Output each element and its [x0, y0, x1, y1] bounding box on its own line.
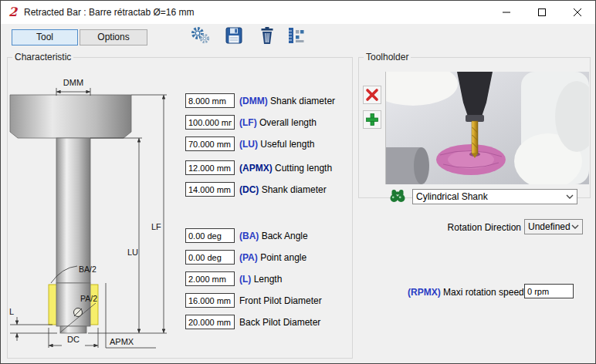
minimize-button[interactable]	[489, 1, 524, 24]
diagram-label-apmx: APMX	[110, 337, 134, 346]
shank-type-value: Cylindrical Shank	[416, 191, 566, 202]
diagram-label-lf: LF	[151, 222, 161, 231]
characteristic-group: Characteristic	[7, 52, 353, 359]
param-label: Length	[254, 274, 283, 285]
add-toolholder-button[interactable]	[363, 110, 381, 129]
titlebar[interactable]: 2 Retracted Bar : Barre rétractab Ø=16 m…	[1, 1, 595, 24]
delete-trash-icon	[257, 25, 277, 46]
param-code: (PA)	[239, 252, 258, 263]
param-label: Back Pilot Diameter	[239, 317, 320, 328]
characteristic-title: Characteristic	[12, 52, 73, 62]
browse-toolholder-button[interactable]	[388, 187, 407, 205]
apmx-input[interactable]	[185, 160, 235, 175]
rpmx-text: Maxi rotation speed	[443, 287, 524, 298]
maximize-icon	[537, 8, 547, 17]
close-button[interactable]	[560, 1, 595, 24]
dmm-input[interactable]	[185, 93, 235, 108]
rpmx-input[interactable]	[524, 284, 574, 298]
param-code: (BA)	[239, 231, 259, 241]
lf-input[interactable]	[185, 115, 235, 130]
tool-definition-window: 2 Retracted Bar : Barre rétractab Ø=16 m…	[0, 0, 596, 364]
dc-input[interactable]	[185, 182, 235, 197]
remove-x-icon	[365, 88, 379, 102]
param-label: Shank diameter	[270, 96, 335, 106]
diagram-label-dmm: DMM	[63, 78, 83, 87]
back-pilot-input[interactable]	[185, 315, 235, 329]
toolholder-render	[386, 72, 589, 184]
toolholder-preview-image	[385, 72, 588, 184]
rpmx-code: (RPMX)	[408, 287, 441, 298]
l-input[interactable]	[185, 271, 235, 286]
param-code: (DC)	[239, 184, 259, 195]
maximize-button[interactable]	[524, 1, 560, 24]
param-label: Back Angle	[262, 231, 308, 241]
param-code: (LF)	[239, 117, 257, 128]
toolholder-group: Toolholder	[358, 52, 591, 198]
minimize-icon	[502, 8, 511, 17]
binoculars-icon	[389, 188, 406, 204]
tool-diagram: DMM LF LU APMX DC L	[8, 76, 187, 363]
pa-input[interactable]	[185, 250, 235, 265]
add-plus-icon	[365, 113, 379, 126]
diagram-label-ba2: BA/2	[79, 265, 97, 274]
diagram-label-l: L	[9, 307, 14, 316]
save-icon	[224, 25, 244, 46]
ba-input[interactable]	[185, 228, 235, 243]
app-logo-icon: 2	[8, 5, 21, 19]
tab-options[interactable]: Options	[80, 29, 147, 46]
toolholder-title: Toolholder	[364, 52, 411, 62]
param-label: Overall length	[259, 117, 317, 128]
close-icon	[573, 8, 582, 17]
rotation-direction-value: Undefined	[528, 221, 571, 232]
settings-button[interactable]	[189, 25, 211, 46]
remove-toolholder-button[interactable]	[363, 86, 381, 104]
front-pilot-input[interactable]	[185, 293, 235, 308]
param-code: (LU)	[239, 139, 258, 150]
settings-gears-icon	[190, 25, 210, 46]
shank-type-dropdown[interactable]: Cylindrical Shank	[412, 189, 577, 204]
tab-tool[interactable]: Tool	[12, 29, 78, 46]
tool-gauge-icon	[286, 25, 306, 46]
param-code: (L)	[239, 274, 251, 285]
diagram-label-lu: LU	[127, 248, 138, 257]
rotation-direction-label: Rotation Direction	[418, 222, 521, 233]
delete-button[interactable]	[256, 25, 278, 46]
param-code: (DMM)	[239, 96, 268, 106]
param-label: Point angle	[260, 252, 306, 263]
lu-input[interactable]	[185, 136, 235, 151]
chevron-down-icon	[566, 194, 574, 199]
rpmx-label: (RPMX) Maxi rotation speed	[408, 287, 524, 298]
save-button[interactable]	[223, 25, 245, 46]
param-label: Useful length	[260, 139, 314, 150]
tool-gauge-button[interactable]	[285, 25, 306, 46]
diagram-label-pa2: PA/2	[80, 294, 97, 303]
window-title: Retracted Bar : Barre rétractab Ø=16 mm	[24, 7, 194, 18]
diagram-label-dc: DC	[67, 335, 80, 344]
param-label: Cutting length	[275, 163, 332, 174]
chevron-down-icon	[571, 224, 579, 229]
rotation-direction-dropdown[interactable]: Undefined	[524, 219, 583, 234]
param-label: Front Pilot Diameter	[239, 295, 322, 306]
param-label: Shank diameter	[262, 184, 327, 195]
param-code: (APMX)	[239, 163, 273, 174]
